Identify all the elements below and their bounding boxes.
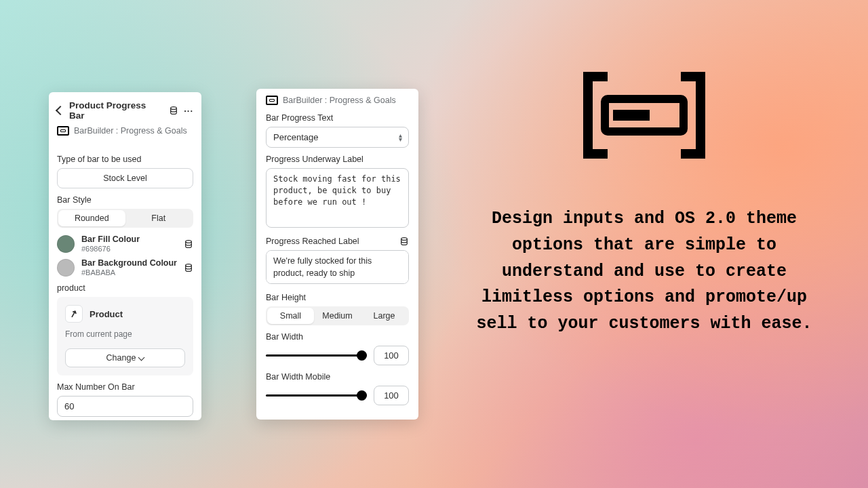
select-caret-icon: ▴▾ [399, 134, 402, 142]
type-label: Type of bar to be used [57, 155, 193, 164]
bg-colour-name: Bar Background Colour [81, 258, 177, 268]
settings-panel-left: Product Progress Bar ··· BarBuilder : Pr… [49, 92, 201, 420]
app-name: BarBuilder : Progress & Goals [283, 96, 396, 105]
bar-height-segmented: Small Medium Large [266, 306, 409, 325]
svg-rect-11 [613, 110, 650, 121]
hero-section: Design inputs and OS 2.0 theme options t… [461, 68, 827, 338]
product-picker: ↗ Product From current page Change [57, 297, 193, 375]
bar-width-input[interactable] [374, 346, 409, 365]
app-identifier: BarBuilder : Progress & Goals [57, 126, 193, 136]
bar-width-mobile-label: Bar Width Mobile [266, 372, 409, 382]
underway-textarea[interactable] [266, 168, 409, 228]
database-icon[interactable] [184, 239, 193, 249]
segment-large[interactable]: Large [361, 308, 408, 324]
panel-title: Product Progress Bar [69, 100, 163, 121]
bg-colour-row: Bar Background Colour #BABABA [57, 258, 193, 277]
chevron-down-icon [138, 354, 145, 361]
product-name: Product [90, 309, 123, 319]
app-name: BarBuilder : Progress & Goals [74, 126, 187, 136]
fill-colour-name: Bar Fill Colour [81, 235, 177, 245]
settings-panel-right: BarBuilder : Progress & Goals Bar Progre… [256, 89, 418, 420]
bar-width-mobile-slider[interactable] [266, 390, 367, 402]
app-badge-icon [266, 96, 278, 105]
bar-width-mobile-input[interactable] [374, 386, 409, 405]
reached-label: Progress Reached Label [266, 237, 359, 246]
underway-label: Progress Underway Label [266, 155, 409, 164]
change-button[interactable]: Change [65, 348, 185, 367]
progress-text-label: Bar Progress Text [266, 113, 409, 123]
svg-point-1 [186, 240, 192, 243]
segment-flat[interactable]: Flat [125, 210, 193, 226]
app-badge-icon [57, 126, 69, 136]
bar-width-slider[interactable] [266, 350, 367, 362]
fill-colour-hex: #698676 [81, 245, 177, 253]
max-number-label: Max Number On Bar [57, 382, 193, 392]
segment-small[interactable]: Small [267, 308, 314, 324]
reached-textarea[interactable] [266, 250, 409, 284]
brand-logo-icon [576, 68, 712, 165]
hero-text: Design inputs and OS 2.0 theme options t… [461, 206, 827, 338]
svg-point-0 [171, 107, 177, 110]
bg-colour-swatch[interactable] [57, 259, 75, 277]
app-identifier: BarBuilder : Progress & Goals [266, 96, 409, 105]
database-icon[interactable] [399, 237, 409, 246]
max-number-input[interactable] [57, 396, 193, 417]
segment-medium[interactable]: Medium [314, 308, 361, 324]
svg-rect-5 [583, 72, 593, 159]
bar-style-segmented: Rounded Flat [57, 209, 193, 228]
database-icon[interactable] [169, 106, 178, 115]
bar-type-select[interactable]: Stock Level [57, 168, 193, 188]
progress-text-select[interactable]: Percentage ▴▾ [266, 127, 409, 148]
bar-width-label: Bar Width [266, 332, 409, 342]
bar-height-label: Bar Height [266, 293, 409, 302]
fill-colour-swatch[interactable] [57, 235, 75, 253]
segment-rounded[interactable]: Rounded [58, 210, 125, 226]
product-icon: ↗ [65, 305, 83, 323]
fill-colour-row: Bar Fill Colour #698676 [57, 235, 193, 253]
svg-rect-8 [696, 72, 705, 159]
panel-header: Product Progress Bar ··· [57, 100, 193, 121]
bar-style-label: Bar Style [57, 195, 193, 205]
database-icon[interactable] [184, 263, 193, 272]
more-icon[interactable]: ··· [184, 106, 193, 116]
slider-thumb[interactable] [357, 390, 367, 401]
slider-thumb[interactable] [357, 350, 367, 361]
svg-point-2 [186, 264, 192, 266]
back-icon[interactable] [56, 106, 65, 115]
svg-point-3 [401, 238, 408, 241]
svg-rect-9 [681, 149, 705, 159]
svg-rect-6 [583, 149, 608, 159]
bg-colour-hex: #BABABA [81, 268, 177, 277]
product-source: From current page [65, 329, 185, 339]
product-label: product [57, 283, 193, 293]
